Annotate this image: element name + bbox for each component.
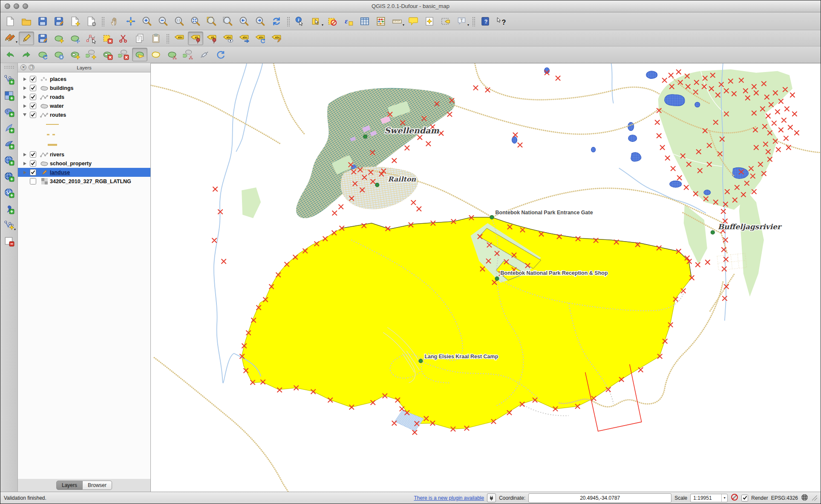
toggle-editing-button[interactable] <box>19 32 34 45</box>
layer-row-places[interactable]: places <box>18 75 150 84</box>
pan-map-button[interactable] <box>107 14 122 28</box>
delete-ring-button[interactable] <box>100 48 115 61</box>
tab-browser[interactable]: Browser <box>83 481 112 490</box>
new-shapefile-layer-button[interactable]: ▾ <box>2 217 16 233</box>
add-ring-button[interactable] <box>67 48 83 61</box>
new-project-button[interactable] <box>3 14 18 28</box>
delete-selected-button[interactable] <box>100 32 115 45</box>
zoom-next-button[interactable] <box>253 14 268 28</box>
remove-layer-button[interactable] <box>2 233 16 249</box>
node-tool-button[interactable] <box>84 32 99 45</box>
crs-globe-icon[interactable] <box>801 494 808 502</box>
plugin-icon[interactable] <box>487 493 496 502</box>
measure-button[interactable]: ▾ <box>389 14 405 28</box>
save-project-button[interactable] <box>35 14 50 28</box>
rotate-point-symbols-button[interactable] <box>213 48 228 61</box>
close-panel-icon[interactable]: ✕ <box>20 64 26 70</box>
zoom-native-button[interactable]: 1:1 <box>172 14 187 28</box>
layer-row-3420C_2010_327_RGB_LATLNG[interactable]: 3420C_2010_327_RGB_LATLNG <box>18 177 150 186</box>
layer-expand-arrow[interactable] <box>22 104 27 108</box>
layer-checkbox[interactable] <box>30 151 36 158</box>
zoom-last-button[interactable] <box>236 14 252 28</box>
layer-checkbox[interactable] <box>30 94 36 100</box>
stop-rendering-icon[interactable] <box>731 493 738 502</box>
pan-to-selection-button[interactable] <box>123 14 138 28</box>
add-spatialite-layer-button[interactable] <box>2 120 16 135</box>
help-button[interactable]: ? <box>478 14 493 28</box>
add-raster-layer-button[interactable] <box>2 88 16 103</box>
layer-expand-arrow[interactable] <box>22 153 27 156</box>
rotate-feature-button[interactable] <box>35 48 50 61</box>
layer-row-landuse[interactable]: landuse <box>18 168 150 177</box>
coordinate-input[interactable] <box>528 493 671 503</box>
paste-features-button[interactable] <box>148 32 164 45</box>
add-delimited-text-layer-button[interactable] <box>2 201 16 216</box>
layer-checkbox[interactable] <box>30 76 36 82</box>
minimize-window-button[interactable] <box>14 3 19 9</box>
split-parts-button[interactable] <box>181 48 196 61</box>
render-checkbox[interactable] <box>741 495 748 501</box>
change-label-button[interactable]: abc <box>269 32 284 45</box>
add-wcs-layer-button[interactable] <box>2 169 16 184</box>
save-project-as-button[interactable] <box>51 14 66 28</box>
zoom-full-button[interactable] <box>188 14 203 28</box>
map-tips-button[interactable] <box>406 14 421 28</box>
scale-dropdown-icon[interactable]: ▼ <box>721 494 727 502</box>
map-canvas[interactable]: SwellendamRailtonBuffeljagsrivierBontebo… <box>151 63 821 492</box>
layer-checkbox[interactable] <box>30 112 36 118</box>
cut-features-button[interactable] <box>116 32 131 45</box>
layer-row-rivers[interactable]: rivers <box>18 150 150 159</box>
refresh-map-button[interactable] <box>269 14 284 28</box>
zoom-to-layer-button[interactable] <box>220 14 236 28</box>
layer-expand-arrow[interactable] <box>22 95 27 99</box>
highlight-pinned-labels-button[interactable]: ab <box>204 32 219 45</box>
rotate-label-button[interactable]: abc <box>253 32 268 45</box>
scale-combo[interactable]: 1:19951 ▼ <box>690 494 728 502</box>
layer-expand-arrow[interactable] <box>22 113 27 116</box>
field-statistics-button[interactable] <box>373 14 389 28</box>
window-resize-grip[interactable] <box>812 495 817 501</box>
layer-checkbox[interactable] <box>30 85 36 91</box>
layer-row-routes[interactable]: routes <box>18 110 150 119</box>
composer-manager-button[interactable] <box>84 14 99 28</box>
text-annotation-button[interactable]: T▾ <box>454 14 470 28</box>
new-print-composer-button[interactable] <box>67 14 83 28</box>
copy-features-button[interactable] <box>132 32 147 45</box>
layer-checkbox[interactable] <box>30 103 36 109</box>
merge-features-button[interactable] <box>197 48 212 61</box>
layer-row-school_property[interactable]: school_property <box>18 159 150 168</box>
save-layer-edits-button[interactable] <box>35 32 50 45</box>
select-by-expression-button[interactable]: ε <box>341 14 356 28</box>
add-feature-button[interactable] <box>51 32 66 45</box>
add-wms-layer-button[interactable] <box>2 153 16 168</box>
split-features-button[interactable] <box>164 48 180 61</box>
open-project-button[interactable] <box>19 14 34 28</box>
undo-button[interactable] <box>3 48 18 61</box>
add-wfs-layer-button[interactable] <box>2 185 16 200</box>
layer-expand-arrow[interactable] <box>22 86 27 90</box>
plugin-available-link[interactable]: There is a new plugin available <box>414 495 484 501</box>
delete-part-button[interactable] <box>116 48 131 61</box>
zoom-out-button[interactable] <box>156 14 171 28</box>
move-label-button[interactable]: abc <box>236 32 252 45</box>
select-features-button[interactable]: ▾ <box>308 14 324 28</box>
layer-expand-arrow[interactable] <box>22 171 27 174</box>
layer-row-water[interactable]: water <box>18 101 150 110</box>
reshape-features-button[interactable] <box>132 48 147 61</box>
close-window-button[interactable] <box>5 3 10 9</box>
simplify-feature-button[interactable] <box>51 48 66 61</box>
whats-this-button[interactable]: ? <box>494 14 509 28</box>
layer-row-roads[interactable]: roads <box>18 92 150 101</box>
new-bookmark-button[interactable] <box>422 14 437 28</box>
layer-checkbox[interactable] <box>30 169 36 176</box>
open-attribute-table-button[interactable] <box>357 14 372 28</box>
add-vector-layer-button[interactable] <box>2 72 16 87</box>
show-hide-labels-button[interactable]: abc <box>220 32 236 45</box>
show-bookmarks-button[interactable] <box>438 14 453 28</box>
deselect-features-button[interactable] <box>325 14 340 28</box>
move-feature-button[interactable] <box>67 32 83 45</box>
zoom-to-selection-button[interactable] <box>204 14 219 28</box>
add-postgis-layer-button[interactable] <box>2 104 16 119</box>
current-edits-button[interactable]: ▾ <box>3 32 18 45</box>
layer-expand-arrow[interactable] <box>22 78 27 81</box>
